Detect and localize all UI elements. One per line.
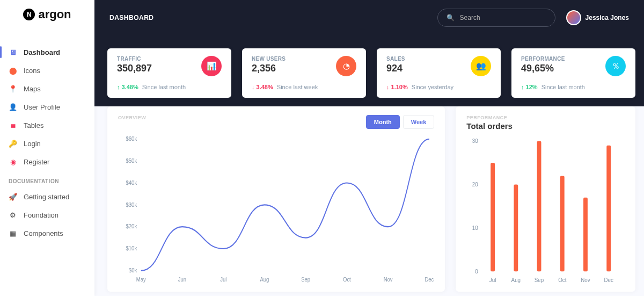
user-menu[interactable]: Jessica Jones bbox=[566, 10, 629, 25]
nav-label: Register bbox=[24, 158, 49, 166]
svg-text:$10k: $10k bbox=[126, 246, 137, 252]
sidebar: N argon 🖥 Dashboard ⬤ Icons 📍 Maps 👤 Use… bbox=[0, 0, 94, 296]
stat-performance: PERFORMANCE 49,65% ％ ↑ 12% Since last mo… bbox=[511, 48, 635, 98]
orders-chart-card: PERFORMANCE Total orders 0102030JulAugSe… bbox=[456, 106, 635, 292]
nav-label: Dashboard bbox=[24, 48, 60, 56]
svg-text:Jul: Jul bbox=[220, 277, 226, 283]
nav-tables[interactable]: ≣ Tables bbox=[0, 116, 94, 134]
user-icon: 👤 bbox=[9, 103, 17, 111]
brand-name: argon bbox=[38, 8, 71, 21]
search-input[interactable] bbox=[459, 13, 546, 22]
nav-getting-started[interactable]: 🚀 Getting started bbox=[0, 187, 94, 206]
nav-label: Foundation bbox=[24, 211, 58, 219]
svg-text:Aug: Aug bbox=[511, 276, 521, 283]
nav-foundation[interactable]: ⚙ Foundation bbox=[0, 206, 94, 224]
brand[interactable]: N argon bbox=[0, 8, 94, 21]
svg-text:$60k: $60k bbox=[126, 136, 137, 142]
svg-text:Nov: Nov bbox=[581, 276, 591, 283]
nav-label: Getting started bbox=[24, 193, 69, 201]
svg-text:Dec: Dec bbox=[604, 276, 614, 283]
stat-cards: TRAFFIC 350,897 📊 ↑ 3.48% Since last mon… bbox=[107, 48, 635, 98]
docs-heading: DOCUMENTATION bbox=[0, 171, 94, 187]
period-toggle: Month Week bbox=[366, 115, 435, 129]
svg-text:Nov: Nov bbox=[384, 277, 393, 283]
avatar bbox=[566, 10, 581, 25]
percent-icon: ％ bbox=[605, 56, 626, 76]
svg-text:10: 10 bbox=[472, 224, 478, 231]
nav-maps[interactable]: 📍 Maps bbox=[0, 80, 94, 98]
svg-text:$40k: $40k bbox=[126, 179, 137, 186]
orders-title: Total orders bbox=[466, 121, 513, 131]
nav-dashboard[interactable]: 🖥 Dashboard bbox=[0, 43, 94, 61]
nav-register[interactable]: ◉ Register bbox=[0, 153, 94, 171]
nav-icons[interactable]: ⬤ Icons bbox=[0, 61, 94, 80]
since-text: Since last week bbox=[277, 84, 318, 90]
nav-components[interactable]: ▦ Components bbox=[0, 224, 94, 242]
stat-footer: ↑ 12% Since last month bbox=[521, 84, 626, 90]
stat-label: PERFORMANCE bbox=[521, 56, 565, 62]
register-icon: ◉ bbox=[9, 157, 17, 166]
stat-footer: ↑ 3.48% Since last month bbox=[117, 84, 222, 90]
stat-traffic: TRAFFIC 350,897 📊 ↑ 3.48% Since last mon… bbox=[107, 48, 231, 98]
line-chart: $0k$10k$20k$30k$40k$50k$60kMayJunJulAugS… bbox=[118, 133, 434, 285]
svg-text:Oct: Oct bbox=[558, 276, 566, 283]
pie-chart-icon: ◔ bbox=[336, 56, 356, 76]
change-down: ↓ 1.10% bbox=[386, 84, 408, 90]
stat-label: NEW USERS bbox=[252, 56, 286, 62]
svg-rect-19 bbox=[491, 163, 495, 271]
nav-profile[interactable]: 👤 User Profile bbox=[0, 98, 94, 116]
svg-text:Jun: Jun bbox=[178, 277, 187, 283]
user-name: Jessica Jones bbox=[586, 14, 629, 21]
change-up: ↑ 3.48% bbox=[117, 84, 138, 90]
svg-text:$30k: $30k bbox=[126, 201, 137, 208]
svg-text:$0k: $0k bbox=[129, 267, 137, 273]
svg-rect-21 bbox=[514, 185, 518, 272]
since-text: Since last month bbox=[541, 84, 585, 90]
nav-label: Maps bbox=[24, 85, 41, 93]
svg-rect-27 bbox=[583, 198, 588, 272]
search-box[interactable]: 🔍 bbox=[437, 9, 555, 27]
dashboard-icon: 🖥 bbox=[9, 48, 17, 56]
sales-chart-card: OVERVIEW Month Week $0k$10k$20k$30k$40k$… bbox=[107, 106, 445, 292]
svg-text:0: 0 bbox=[475, 268, 478, 275]
rocket-icon: 🚀 bbox=[9, 192, 17, 201]
svg-text:Dec: Dec bbox=[425, 277, 434, 283]
change-up: ↑ 12% bbox=[521, 84, 538, 90]
stat-sales: SALES 924 👥 ↓ 1.10% Since yesterday bbox=[377, 48, 501, 98]
svg-text:20: 20 bbox=[472, 181, 478, 187]
search-icon: 🔍 bbox=[447, 14, 455, 21]
svg-text:Oct: Oct bbox=[343, 277, 351, 283]
svg-rect-29 bbox=[607, 146, 611, 272]
topbar: DASHBOARD 🔍 Jessica Jones bbox=[94, 0, 644, 35]
stat-label: SALES bbox=[386, 56, 405, 62]
svg-text:May: May bbox=[136, 277, 147, 283]
nav-login[interactable]: 🔑 Login bbox=[0, 134, 94, 153]
stat-value: 924 bbox=[386, 63, 405, 74]
svg-text:Aug: Aug bbox=[260, 277, 269, 283]
tab-month[interactable]: Month bbox=[366, 115, 400, 129]
chart-row: OVERVIEW Month Week $0k$10k$20k$30k$40k$… bbox=[107, 106, 635, 292]
tab-week[interactable]: Week bbox=[403, 115, 435, 129]
svg-rect-25 bbox=[560, 176, 565, 271]
brand-logo: N bbox=[23, 9, 35, 20]
chart-bar-icon: 📊 bbox=[201, 56, 222, 76]
nav-label: Components bbox=[24, 229, 63, 237]
svg-text:Sep: Sep bbox=[301, 277, 310, 283]
since-text: Since last month bbox=[142, 84, 186, 90]
login-icon: 🔑 bbox=[9, 139, 17, 148]
stat-footer: ↓ 3.48% Since last week bbox=[252, 84, 356, 90]
since-text: Since yesterday bbox=[412, 84, 453, 90]
svg-text:30: 30 bbox=[472, 137, 478, 144]
stat-value: 350,897 bbox=[117, 63, 152, 74]
stat-footer: ↓ 1.10% Since yesterday bbox=[386, 84, 491, 90]
nav-label: Tables bbox=[24, 121, 44, 129]
maps-icon: 📍 bbox=[9, 84, 17, 93]
change-down: ↓ 3.48% bbox=[252, 84, 273, 90]
page-title: DASHBOARD bbox=[109, 14, 154, 21]
stat-value: 49,65% bbox=[521, 63, 565, 74]
users-icon: 👥 bbox=[471, 56, 491, 76]
nav-label: Icons bbox=[24, 67, 40, 75]
stat-label: TRAFFIC bbox=[117, 56, 152, 62]
performance-label: PERFORMANCE bbox=[466, 115, 513, 120]
topbar-right: 🔍 Jessica Jones bbox=[437, 9, 629, 27]
